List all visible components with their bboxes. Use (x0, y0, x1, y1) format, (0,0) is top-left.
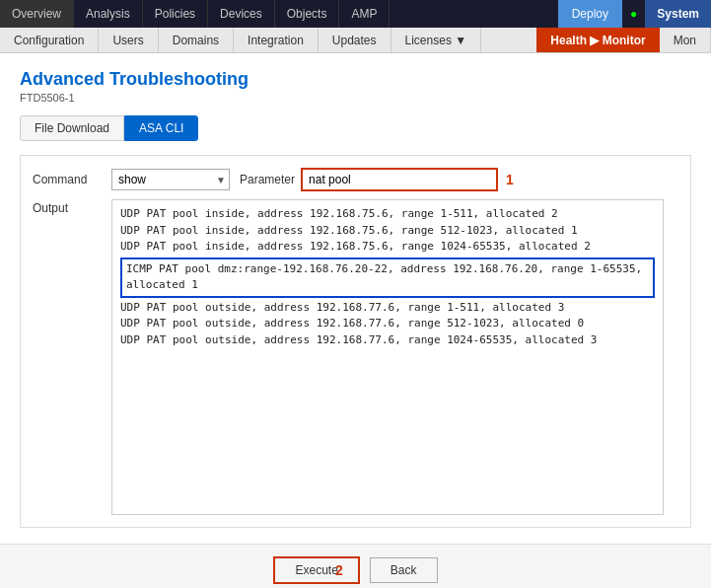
nav-health-monitor[interactable]: Health ▶ Monitor (536, 28, 659, 52)
nav-item-analysis[interactable]: Analysis (74, 0, 143, 28)
deploy-status: ● (622, 0, 645, 28)
parameter-label: Parameter (240, 173, 295, 186)
nav-domains[interactable]: Domains (159, 28, 234, 52)
nav-item-policies[interactable]: Policies (143, 0, 208, 28)
nav-item-objects[interactable]: Objects (275, 0, 340, 28)
output-label: Output (33, 199, 111, 215)
page-title: Advanced Troubleshooting (20, 69, 691, 90)
system-button[interactable]: System (645, 0, 711, 28)
nav-users[interactable]: Users (99, 28, 158, 52)
step-1-label: 1 (506, 172, 514, 187)
back-button[interactable]: Back (370, 557, 438, 583)
tabs-row: File Download ASA CLI (20, 115, 691, 141)
tab-file-download[interactable]: File Download (20, 115, 124, 141)
output-line-7: UDP PAT pool outside, address 192.168.77… (120, 333, 597, 346)
output-line-1: UDP PAT pool inside, address 192.168.75.… (120, 207, 558, 220)
second-nav-bar: Configuration Users Domains Integration … (0, 28, 711, 53)
nav-item-devices[interactable]: Devices (208, 0, 275, 28)
command-select-wrapper: show ▼ (111, 169, 230, 190)
step-2-label: 2 (335, 562, 343, 578)
nav-updates[interactable]: Updates (319, 28, 391, 52)
command-label: Command (33, 173, 111, 186)
output-line-4-highlighted: ICMP PAT pool dmz:range-192.168.76.20-22… (120, 257, 655, 298)
bottom-area: 2 Execute Back (0, 544, 711, 588)
output-line-2: UDP PAT pool inside, address 192.168.75.… (120, 224, 578, 237)
nav-mon[interactable]: Mon (660, 28, 711, 52)
nav-integration[interactable]: Integration (234, 28, 319, 52)
form-section: Command show ▼ Parameter 1 Output UDP PA… (20, 155, 691, 528)
page-content: Advanced Troubleshooting FTD5506-1 File … (0, 53, 711, 544)
main-container: Advanced Troubleshooting FTD5506-1 File … (0, 53, 711, 588)
top-nav-bar: Overview Analysis Policies Devices Objec… (0, 0, 711, 28)
deploy-button[interactable]: Deploy (558, 0, 622, 28)
nav-item-overview[interactable]: Overview (0, 0, 74, 28)
output-line-6: UDP PAT pool outside, address 192.168.77… (120, 317, 584, 330)
tab-asa-cli[interactable]: ASA CLI (124, 115, 198, 141)
nav-item-amp[interactable]: AMP (339, 0, 390, 28)
command-row: Command show ▼ Parameter 1 (33, 168, 678, 191)
second-nav-spacer (481, 28, 536, 52)
output-box[interactable]: UDP PAT pool inside, address 192.168.75.… (111, 199, 664, 515)
nav-configuration[interactable]: Configuration (0, 28, 99, 52)
page-subtitle: FTD5506-1 (20, 92, 691, 104)
command-select[interactable]: show (111, 169, 230, 190)
nav-spacer (390, 0, 557, 28)
execute-button[interactable]: Execute (273, 556, 359, 584)
parameter-input[interactable] (301, 168, 498, 191)
nav-licenses[interactable]: Licenses ▼ (391, 28, 482, 52)
output-row: Output UDP PAT pool inside, address 192.… (33, 199, 678, 515)
output-line-5: UDP PAT pool outside, address 192.168.77… (120, 301, 564, 314)
output-line-3: UDP PAT pool inside, address 192.168.75.… (120, 240, 591, 253)
